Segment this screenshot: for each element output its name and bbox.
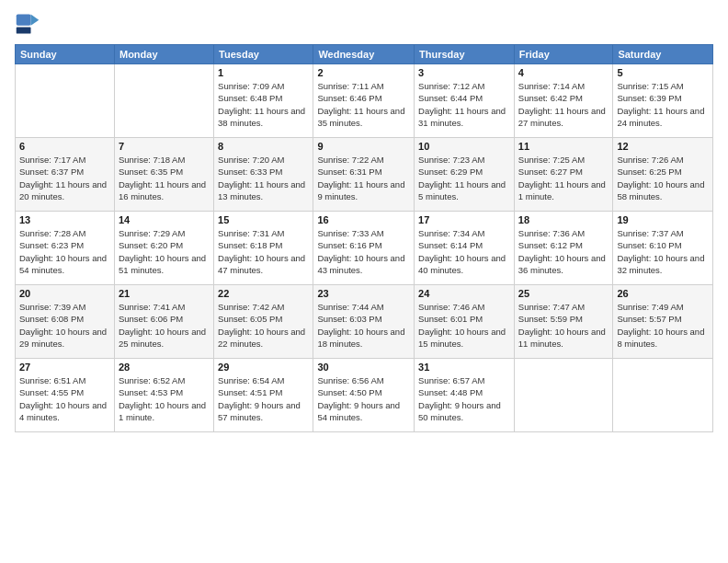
weekday-header-sunday: Sunday bbox=[16, 45, 115, 64]
logo bbox=[15, 11, 44, 37]
day-number: 24 bbox=[418, 288, 510, 299]
day-cell: 3Sunrise: 7:12 AM Sunset: 6:44 PM Daylig… bbox=[415, 64, 515, 138]
weekday-header-saturday: Saturday bbox=[613, 45, 713, 64]
day-info: Sunrise: 7:46 AM Sunset: 6:01 PM Dayligh… bbox=[418, 301, 510, 350]
day-info: Sunrise: 7:41 AM Sunset: 6:06 PM Dayligh… bbox=[119, 301, 210, 350]
header bbox=[15, 11, 713, 37]
day-info: Sunrise: 6:52 AM Sunset: 4:53 PM Dayligh… bbox=[119, 374, 210, 423]
day-cell: 31Sunrise: 6:57 AM Sunset: 4:48 PM Dayli… bbox=[415, 359, 515, 432]
day-number: 18 bbox=[518, 214, 609, 225]
logo-icon bbox=[15, 11, 40, 37]
week-row-3: 20Sunrise: 7:39 AM Sunset: 6:08 PM Dayli… bbox=[16, 285, 713, 359]
day-info: Sunrise: 7:42 AM Sunset: 6:05 PM Dayligh… bbox=[218, 301, 309, 350]
day-info: Sunrise: 7:18 AM Sunset: 6:35 PM Dayligh… bbox=[119, 154, 210, 202]
day-info: Sunrise: 7:12 AM Sunset: 6:44 PM Dayligh… bbox=[418, 80, 510, 129]
day-cell: 5Sunrise: 7:15 AM Sunset: 6:39 PM Daylig… bbox=[613, 64, 713, 138]
day-cell: 13Sunrise: 7:28 AM Sunset: 6:23 PM Dayli… bbox=[16, 212, 115, 285]
day-number: 10 bbox=[418, 141, 510, 152]
weekday-header-monday: Monday bbox=[114, 45, 213, 64]
weekday-header-tuesday: Tuesday bbox=[214, 45, 313, 64]
day-number: 3 bbox=[418, 67, 510, 78]
day-cell: 1Sunrise: 7:09 AM Sunset: 6:48 PM Daylig… bbox=[214, 64, 313, 138]
calendar-table: SundayMondayTuesdayWednesdayThursdayFrid… bbox=[15, 44, 713, 432]
page: SundayMondayTuesdayWednesdayThursdayFrid… bbox=[0, 0, 728, 563]
svg-rect-0 bbox=[17, 15, 31, 26]
day-number: 8 bbox=[218, 141, 309, 152]
day-cell: 28Sunrise: 6:52 AM Sunset: 4:53 PM Dayli… bbox=[114, 359, 213, 432]
day-number: 20 bbox=[19, 288, 110, 299]
week-row-1: 6Sunrise: 7:17 AM Sunset: 6:37 PM Daylig… bbox=[16, 138, 713, 212]
weekday-header-friday: Friday bbox=[514, 45, 613, 64]
day-cell: 25Sunrise: 7:47 AM Sunset: 5:59 PM Dayli… bbox=[514, 285, 613, 359]
day-number: 29 bbox=[218, 362, 309, 373]
day-number: 25 bbox=[518, 288, 609, 299]
day-cell: 22Sunrise: 7:42 AM Sunset: 6:05 PM Dayli… bbox=[214, 285, 313, 359]
day-number: 13 bbox=[19, 214, 110, 225]
day-info: Sunrise: 7:15 AM Sunset: 6:39 PM Dayligh… bbox=[617, 80, 709, 129]
day-info: Sunrise: 7:36 AM Sunset: 6:12 PM Dayligh… bbox=[518, 227, 609, 276]
day-info: Sunrise: 7:37 AM Sunset: 6:10 PM Dayligh… bbox=[617, 227, 709, 276]
day-info: Sunrise: 7:39 AM Sunset: 6:08 PM Dayligh… bbox=[19, 301, 110, 350]
day-cell: 20Sunrise: 7:39 AM Sunset: 6:08 PM Dayli… bbox=[16, 285, 115, 359]
day-cell: 12Sunrise: 7:26 AM Sunset: 6:25 PM Dayli… bbox=[613, 138, 713, 212]
day-cell bbox=[16, 64, 115, 138]
day-info: Sunrise: 7:14 AM Sunset: 6:42 PM Dayligh… bbox=[518, 80, 609, 129]
day-info: Sunrise: 6:57 AM Sunset: 4:48 PM Dayligh… bbox=[418, 374, 510, 423]
day-info: Sunrise: 7:26 AM Sunset: 6:25 PM Dayligh… bbox=[617, 154, 709, 202]
day-number: 19 bbox=[617, 214, 709, 225]
day-number: 14 bbox=[119, 214, 210, 225]
day-cell: 6Sunrise: 7:17 AM Sunset: 6:37 PM Daylig… bbox=[16, 138, 115, 212]
day-info: Sunrise: 7:25 AM Sunset: 6:27 PM Dayligh… bbox=[518, 154, 609, 202]
day-number: 28 bbox=[119, 362, 210, 373]
day-cell: 30Sunrise: 6:56 AM Sunset: 4:50 PM Dayli… bbox=[313, 359, 415, 432]
day-cell: 14Sunrise: 7:29 AM Sunset: 6:20 PM Dayli… bbox=[114, 212, 213, 285]
day-cell: 17Sunrise: 7:34 AM Sunset: 6:14 PM Dayli… bbox=[415, 212, 515, 285]
day-info: Sunrise: 7:09 AM Sunset: 6:48 PM Dayligh… bbox=[218, 80, 309, 129]
day-cell: 21Sunrise: 7:41 AM Sunset: 6:06 PM Dayli… bbox=[114, 285, 213, 359]
day-number: 4 bbox=[518, 67, 609, 78]
day-cell: 8Sunrise: 7:20 AM Sunset: 6:33 PM Daylig… bbox=[214, 138, 313, 212]
day-number: 6 bbox=[19, 141, 110, 152]
day-cell: 26Sunrise: 7:49 AM Sunset: 5:57 PM Dayli… bbox=[613, 285, 713, 359]
day-info: Sunrise: 7:49 AM Sunset: 5:57 PM Dayligh… bbox=[617, 301, 709, 350]
day-info: Sunrise: 7:34 AM Sunset: 6:14 PM Dayligh… bbox=[418, 227, 510, 276]
day-cell: 23Sunrise: 7:44 AM Sunset: 6:03 PM Dayli… bbox=[313, 285, 415, 359]
weekday-header-thursday: Thursday bbox=[415, 45, 515, 64]
week-row-0: 1Sunrise: 7:09 AM Sunset: 6:48 PM Daylig… bbox=[16, 64, 713, 138]
day-number: 15 bbox=[218, 214, 309, 225]
day-number: 21 bbox=[119, 288, 210, 299]
day-info: Sunrise: 7:23 AM Sunset: 6:29 PM Dayligh… bbox=[418, 154, 510, 202]
week-row-2: 13Sunrise: 7:28 AM Sunset: 6:23 PM Dayli… bbox=[16, 212, 713, 285]
day-info: Sunrise: 7:47 AM Sunset: 5:59 PM Dayligh… bbox=[518, 301, 609, 350]
day-number: 30 bbox=[317, 362, 410, 373]
day-info: Sunrise: 7:44 AM Sunset: 6:03 PM Dayligh… bbox=[317, 301, 410, 350]
day-cell: 2Sunrise: 7:11 AM Sunset: 6:46 PM Daylig… bbox=[313, 64, 415, 138]
day-number: 27 bbox=[19, 362, 110, 373]
day-cell: 10Sunrise: 7:23 AM Sunset: 6:29 PM Dayli… bbox=[415, 138, 515, 212]
day-cell: 19Sunrise: 7:37 AM Sunset: 6:10 PM Dayli… bbox=[613, 212, 713, 285]
day-number: 9 bbox=[317, 141, 410, 152]
day-info: Sunrise: 6:54 AM Sunset: 4:51 PM Dayligh… bbox=[218, 374, 309, 423]
day-cell: 15Sunrise: 7:31 AM Sunset: 6:18 PM Dayli… bbox=[214, 212, 313, 285]
day-info: Sunrise: 7:29 AM Sunset: 6:20 PM Dayligh… bbox=[119, 227, 210, 276]
day-number: 12 bbox=[617, 141, 709, 152]
day-cell: 16Sunrise: 7:33 AM Sunset: 6:16 PM Dayli… bbox=[313, 212, 415, 285]
day-cell: 29Sunrise: 6:54 AM Sunset: 4:51 PM Dayli… bbox=[214, 359, 313, 432]
day-number: 26 bbox=[617, 288, 709, 299]
day-cell bbox=[114, 64, 213, 138]
day-info: Sunrise: 6:56 AM Sunset: 4:50 PM Dayligh… bbox=[317, 374, 410, 423]
day-info: Sunrise: 7:17 AM Sunset: 6:37 PM Dayligh… bbox=[19, 154, 110, 202]
weekday-header-row: SundayMondayTuesdayWednesdayThursdayFrid… bbox=[16, 45, 713, 64]
day-cell: 27Sunrise: 6:51 AM Sunset: 4:55 PM Dayli… bbox=[16, 359, 115, 432]
day-number: 17 bbox=[418, 214, 510, 225]
day-info: Sunrise: 7:20 AM Sunset: 6:33 PM Dayligh… bbox=[218, 154, 309, 202]
day-info: Sunrise: 7:33 AM Sunset: 6:16 PM Dayligh… bbox=[317, 227, 410, 276]
day-info: Sunrise: 7:31 AM Sunset: 6:18 PM Dayligh… bbox=[218, 227, 309, 276]
day-number: 1 bbox=[218, 67, 309, 78]
day-cell: 4Sunrise: 7:14 AM Sunset: 6:42 PM Daylig… bbox=[514, 64, 613, 138]
day-number: 23 bbox=[317, 288, 410, 299]
day-info: Sunrise: 7:11 AM Sunset: 6:46 PM Dayligh… bbox=[317, 80, 410, 129]
day-cell bbox=[613, 359, 713, 432]
day-number: 22 bbox=[218, 288, 309, 299]
day-number: 16 bbox=[317, 214, 410, 225]
